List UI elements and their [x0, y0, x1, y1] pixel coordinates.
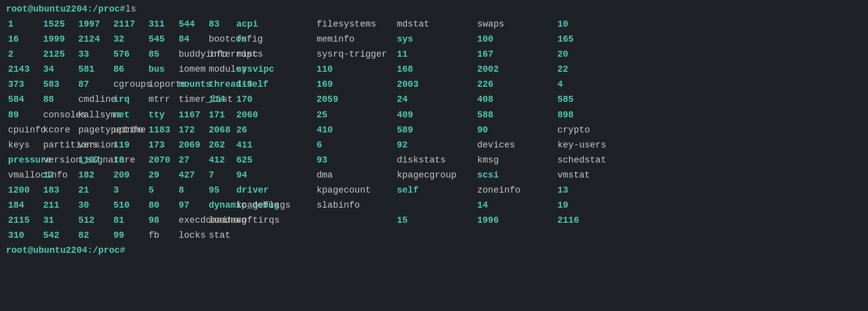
list-item: 18	[111, 153, 147, 167]
bottom-prompt-line: root@ubuntu2204:/proc#	[6, 245, 862, 255]
list-item: 90	[475, 123, 555, 137]
list-item: 2060	[234, 108, 315, 122]
list-item: kcore	[41, 123, 76, 137]
list-item: kpagecount	[315, 183, 395, 197]
list-item: devices	[475, 138, 555, 152]
list-item: 1997	[76, 17, 111, 31]
list-item: 5	[147, 183, 177, 197]
list-item: softirqs	[234, 213, 315, 227]
list-item: 2	[6, 47, 41, 61]
list-item: swaps	[475, 17, 555, 31]
list-item: crypto	[555, 123, 661, 137]
list-item: scsi	[475, 168, 555, 182]
list-item: 15	[395, 213, 475, 227]
list-item: 33	[76, 47, 111, 61]
list-item: 412	[207, 153, 234, 167]
list-item: 545	[147, 32, 177, 46]
prompt-cmd: ls	[125, 4, 136, 14]
list-item: 1167	[177, 108, 207, 122]
list-item: key-users	[555, 138, 661, 152]
list-item: acpi	[234, 17, 315, 31]
list-item: 2125	[41, 47, 76, 61]
list-item: locks	[177, 228, 207, 242]
list-item: meminfo	[315, 32, 395, 46]
list-item: 2068	[207, 123, 234, 137]
list-item	[315, 213, 395, 227]
list-item: 2143	[6, 62, 41, 76]
list-item: 2124	[76, 32, 111, 46]
list-item: 27	[177, 153, 207, 167]
list-item: mdstat	[395, 17, 475, 31]
list-item: 12	[41, 168, 76, 182]
list-item: 84	[177, 32, 207, 46]
list-item: kmsg	[475, 153, 555, 167]
list-item	[234, 228, 315, 242]
list-item: 4	[555, 77, 661, 91]
list-item: 98	[147, 213, 177, 227]
list-item: consoles	[41, 108, 76, 122]
list-item: 168	[395, 62, 475, 76]
list-item: 427	[177, 168, 207, 182]
list-item: interrupts	[207, 47, 234, 61]
list-item: 581	[76, 62, 111, 76]
list-item: 93	[315, 153, 395, 167]
list-item: 373	[6, 77, 41, 91]
list-item: 2069	[177, 138, 207, 152]
list-item: loadavg	[207, 213, 234, 227]
list-item: 20	[555, 47, 661, 61]
list-item: 13	[555, 183, 661, 197]
list-item: 3	[111, 183, 147, 197]
list-item: 34	[41, 62, 76, 76]
list-item: 110	[315, 62, 395, 76]
list-item: 898	[555, 108, 661, 122]
list-item: 1183	[147, 123, 177, 137]
list-item: thread-self	[207, 77, 234, 91]
list-item: 2070	[147, 153, 177, 167]
list-item: 310	[6, 228, 41, 242]
list-item: 16	[6, 32, 41, 46]
list-item: slabinfo	[315, 198, 395, 212]
prompt-line: root@ubuntu2204:/proc# ls	[6, 4, 862, 14]
list-item: 94	[234, 168, 315, 182]
list-item: schedstat	[555, 153, 661, 167]
list-item: 183	[41, 183, 76, 197]
list-item: 583	[41, 77, 76, 91]
list-item: 167	[475, 47, 555, 61]
list-item: 408	[475, 92, 555, 106]
list-item: bootconfig	[207, 32, 234, 46]
list-item: cgroups	[111, 77, 147, 91]
list-item: 14	[475, 198, 555, 212]
list-item: uptime	[111, 123, 147, 137]
list-item: 584	[6, 92, 41, 106]
list-item: iomem	[177, 62, 207, 76]
list-item: ioports	[147, 77, 177, 91]
list-item: keys	[6, 138, 41, 152]
list-item: 19	[555, 198, 661, 212]
ls-output: 115251997211731154483acpifilesystemsmdst…	[6, 17, 862, 242]
list-item: 85	[147, 47, 177, 61]
list-item: 173	[147, 138, 177, 152]
list-item: 24	[395, 92, 475, 106]
list-item: driver	[234, 183, 315, 197]
list-item: 89	[6, 108, 41, 122]
list-item: 32	[111, 32, 147, 46]
list-item: 87	[76, 77, 111, 91]
list-item: 2117	[111, 17, 147, 31]
list-item: net	[111, 108, 147, 122]
list-item: 82	[76, 228, 111, 242]
list-item: cpuinfo	[6, 123, 41, 137]
list-item: 1996	[475, 213, 555, 227]
list-item: 30	[76, 198, 111, 212]
list-item: 211	[41, 198, 76, 212]
list-item: 92	[395, 138, 475, 152]
list-item: mounts	[177, 77, 207, 91]
list-item: 2115	[6, 213, 41, 227]
list-item: filesystems	[315, 17, 395, 31]
list-item: mtrr	[147, 92, 177, 106]
list-item: vmallocinfo	[6, 168, 41, 182]
list-item: 10	[555, 17, 661, 31]
list-item: 209	[111, 168, 147, 182]
list-item: 26	[234, 123, 315, 137]
list-item: 25	[315, 108, 395, 122]
list-item: vmstat	[555, 168, 661, 182]
